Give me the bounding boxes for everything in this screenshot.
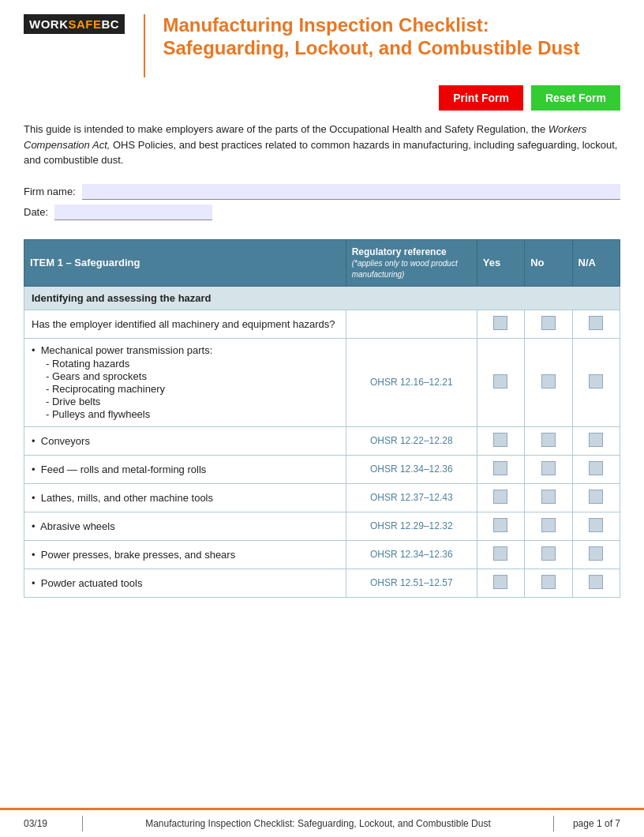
ref-cell: OHSR 12.51–12.57 [346, 569, 477, 597]
intro-text-after: OHS Policies, and best practices related… [24, 139, 617, 167]
th-reg-sub: (*applies only to wood product manufactu… [352, 259, 458, 279]
checkbox-no[interactable] [541, 575, 556, 589]
reset-button[interactable]: Reset Form [531, 85, 620, 111]
checkbox-yes[interactable] [493, 518, 507, 532]
date-input[interactable] [54, 205, 212, 220]
na-cell [572, 540, 620, 569]
ref-cell: OHSR 12.22–12.28 [346, 426, 477, 455]
table-header-row: ITEM 1 – Safeguarding Regulatory referen… [24, 239, 620, 286]
checkbox-no[interactable] [541, 316, 556, 330]
page: WORKSAFEBC Manufacturing Inspection Chec… [0, 0, 644, 837]
checkbox-no[interactable] [541, 518, 556, 532]
buttons-row: Print Form Reset Form [0, 85, 644, 118]
no-cell [525, 310, 572, 338]
checkbox-yes[interactable] [493, 374, 507, 388]
table-row: • Powder actuated tools OHSR 12.51–12.57 [24, 569, 620, 597]
footer-date: 03/19 [24, 818, 71, 829]
item-cell: • Lathes, mills, and other machine tools [24, 483, 346, 512]
checkbox-na[interactable] [589, 518, 603, 532]
checkbox-yes[interactable] [493, 461, 507, 475]
table-row: • Mechanical power transmission parts: R… [24, 338, 620, 426]
list-item: Pulleys and flywheels [46, 408, 339, 420]
item-cell: Has the employer identified all machiner… [24, 310, 346, 338]
checkbox-na[interactable] [589, 575, 603, 589]
date-label: Date: [24, 206, 48, 218]
checkbox-no[interactable] [541, 374, 556, 388]
checkbox-na[interactable] [589, 490, 603, 504]
item-cell: • Powder actuated tools [24, 569, 346, 597]
ref-cell [346, 310, 477, 338]
na-cell [572, 512, 620, 540]
checkbox-na[interactable] [589, 316, 603, 330]
list-item: • Mechanical power transmission parts: R… [32, 344, 339, 420]
no-cell [525, 338, 572, 426]
table-row: • Power presses, brake presses, and shea… [24, 540, 620, 569]
print-button[interactable]: Print Form [439, 85, 523, 111]
form-fields: Firm name: Date: [0, 176, 644, 233]
footer-page: page 1 of 7 [565, 818, 620, 829]
th-na: N/A [572, 239, 620, 286]
item-cell: • Mechanical power transmission parts: R… [24, 338, 346, 426]
header-divider [144, 14, 145, 77]
ref-cell: OHSR 12.37–12.43 [346, 483, 477, 512]
ref-cell: OHSR 12.34–12.36 [346, 540, 477, 569]
checkbox-no[interactable] [541, 433, 556, 447]
na-cell [572, 310, 620, 338]
worksafebc-logo: WORKSAFEBC [24, 14, 125, 34]
checkbox-yes[interactable] [493, 490, 507, 504]
checkbox-yes[interactable] [493, 433, 507, 447]
checkbox-na[interactable] [589, 374, 603, 388]
checkbox-na[interactable] [589, 546, 603, 561]
firm-name-input[interactable] [82, 184, 620, 200]
table-row: • Lathes, mills, and other machine tools… [24, 483, 620, 512]
no-cell [525, 540, 572, 569]
logo-block: WORKSAFEBC [24, 14, 126, 34]
inspection-table: ITEM 1 – Safeguarding Regulatory referen… [24, 239, 620, 598]
checkbox-yes[interactable] [493, 546, 507, 561]
logo-work: WORK [29, 17, 69, 31]
na-cell [572, 483, 620, 512]
item-cell: • Abrasive wheels [24, 512, 346, 540]
yes-cell [477, 310, 524, 338]
item-cell: • Feed — rolls and metal-forming rolls [24, 455, 346, 483]
section-header-row: Identifying and assessing the hazard [24, 286, 620, 310]
no-cell [525, 512, 572, 540]
footer-divider [82, 816, 83, 831]
no-cell [525, 426, 572, 455]
footer: 03/19 Manufacturing Inspection Checklist… [0, 808, 644, 837]
yes-cell [477, 426, 524, 455]
na-cell [572, 569, 620, 597]
th-reg: Regulatory reference (*applies only to w… [346, 239, 477, 286]
footer-divider2 [553, 816, 554, 831]
checkbox-na[interactable] [589, 461, 603, 475]
checkbox-no[interactable] [541, 546, 556, 561]
checkbox-no[interactable] [541, 461, 556, 475]
yes-cell [477, 540, 524, 569]
item-cell: • Power presses, brake presses, and shea… [24, 540, 346, 569]
yes-cell [477, 512, 524, 540]
item-cell: • Conveyors [24, 426, 346, 455]
ref-cell: OHSR 12.34–12.36 [346, 455, 477, 483]
th-no: No [525, 239, 572, 286]
page-title: Manufacturing Inspection Checklist: Safe… [163, 14, 620, 60]
no-cell [525, 455, 572, 483]
footer-title: Manufacturing Inspection Checklist: Safe… [94, 818, 542, 829]
checkbox-na[interactable] [589, 433, 603, 447]
no-cell [525, 569, 572, 597]
firm-name-row: Firm name: [24, 184, 620, 200]
intro-text: This guide is intended to make employers… [0, 118, 644, 176]
intro-text-before: This guide is intended to make employers… [24, 123, 549, 135]
table-row: Has the employer identified all machiner… [24, 310, 620, 338]
list-item: Gears and sprockets [46, 370, 339, 382]
header: WORKSAFEBC Manufacturing Inspection Chec… [0, 0, 644, 85]
list-item: Reciprocating machinery [46, 383, 339, 395]
firm-name-label: Firm name: [24, 186, 76, 197]
section-header-cell: Identifying and assessing the hazard [24, 286, 620, 310]
checkbox-no[interactable] [541, 490, 556, 504]
yes-cell [477, 338, 524, 426]
table-row: • Conveyors OHSR 12.22–12.28 [24, 426, 620, 455]
na-cell [572, 426, 620, 455]
table-row: • Abrasive wheels OHSR 12.29–12.32 [24, 512, 620, 540]
checkbox-yes[interactable] [493, 316, 507, 330]
checkbox-yes[interactable] [493, 575, 507, 589]
